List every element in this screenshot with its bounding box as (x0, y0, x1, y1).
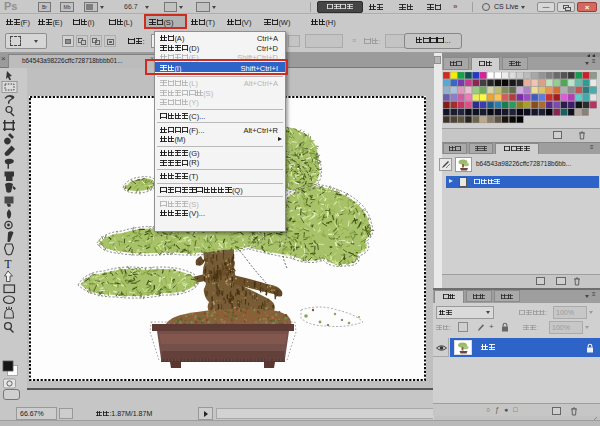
svg-text:T: T (5, 258, 12, 270)
